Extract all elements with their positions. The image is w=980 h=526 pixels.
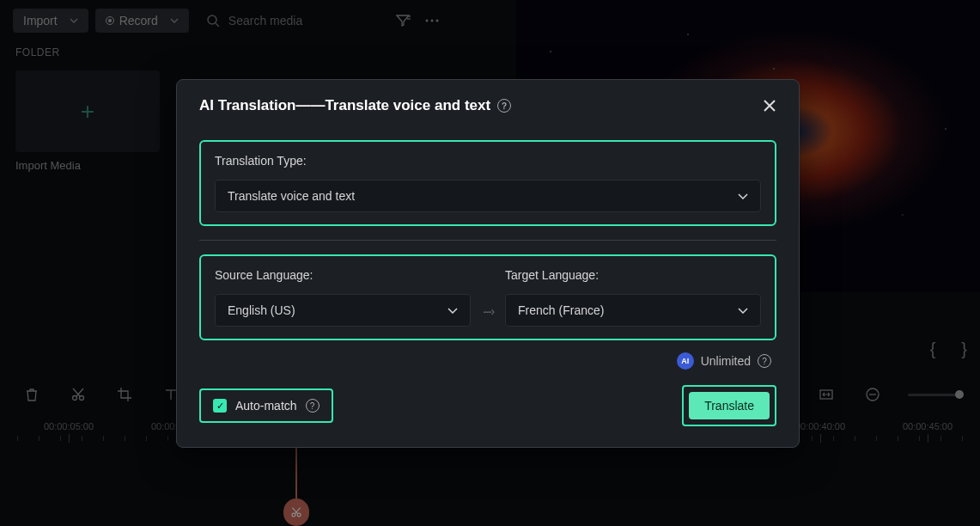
- automatch-label: Auto-match: [235, 399, 297, 413]
- target-language-label: Target Language:: [505, 268, 761, 282]
- chevron-down-icon: [738, 193, 748, 199]
- help-icon[interactable]: ?: [306, 399, 320, 413]
- modal-title-text: AI Translation——Translate voice and text: [199, 97, 490, 114]
- translation-type-select[interactable]: Translate voice and text: [215, 180, 761, 212]
- translate-button-highlight: Translate: [682, 385, 776, 426]
- modal-footer: ✓ Auto-match ? Translate: [199, 385, 776, 426]
- close-icon[interactable]: [763, 99, 776, 113]
- automatch-checkbox[interactable]: ✓ Auto-match ?: [199, 388, 333, 423]
- divider: [199, 240, 776, 241]
- credit-label: Unlimited: [701, 354, 751, 368]
- chevron-down-icon: [738, 308, 748, 314]
- help-icon[interactable]: ?: [497, 99, 511, 113]
- source-language-select[interactable]: English (US): [215, 294, 471, 327]
- language-section: Source Language: English (US) ·····› Tar…: [199, 254, 776, 340]
- help-icon[interactable]: ?: [758, 354, 771, 368]
- modal-header: AI Translation——Translate voice and text…: [199, 97, 776, 114]
- target-language-value: French (France): [518, 303, 604, 317]
- translation-type-section: Translation Type: Translate voice and te…: [199, 140, 776, 226]
- modal-title: AI Translation——Translate voice and text…: [199, 97, 511, 114]
- translation-type-value: Translate voice and text: [228, 189, 355, 203]
- translation-type-label: Translation Type:: [215, 154, 761, 168]
- source-language-label: Source Language:: [215, 268, 471, 282]
- checkbox-checked-icon: ✓: [213, 399, 227, 413]
- source-language-value: English (US): [228, 303, 295, 317]
- ai-badge-icon: AI: [677, 352, 694, 370]
- credit-row: AI Unlimited ?: [199, 352, 771, 370]
- ai-translation-modal: AI Translation——Translate voice and text…: [176, 79, 800, 448]
- translate-button[interactable]: Translate: [689, 392, 770, 419]
- arrow-right-icon: ·····›: [483, 304, 493, 327]
- target-language-select[interactable]: French (France): [505, 294, 761, 327]
- chevron-down-icon: [447, 308, 458, 314]
